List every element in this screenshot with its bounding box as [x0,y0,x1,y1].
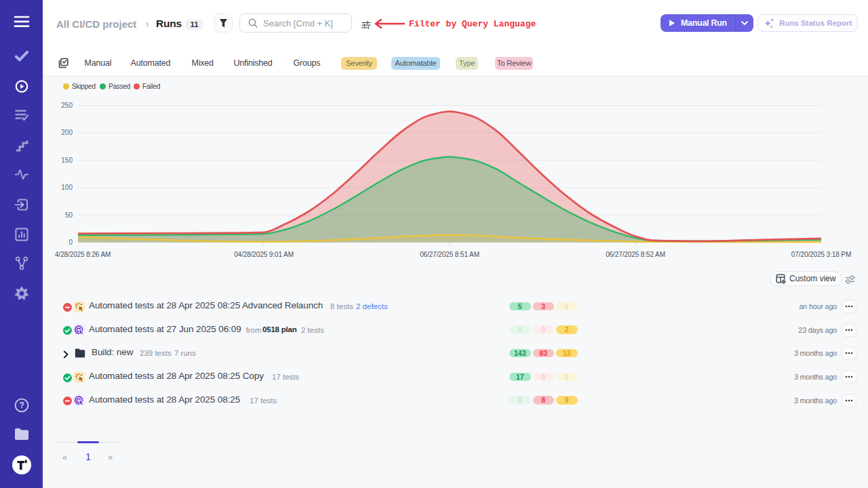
svg-text:250: 250 [61,102,73,109]
svg-text:150: 150 [61,157,73,164]
svg-text:06/27/2025 8:51 AM: 06/27/2025 8:51 AM [420,251,479,258]
svg-text:0: 0 [68,239,73,246]
svg-text:50: 50 [65,211,73,219]
svg-text:200: 200 [61,129,73,136]
svg-text:07/20/2025 3:18 PM: 07/20/2025 3:18 PM [791,251,851,258]
svg-text:100: 100 [61,184,73,191]
svg-text:06/27/2025 8:52 AM: 06/27/2025 8:52 AM [606,251,665,258]
svg-text:04/28/2025 9:01 AM: 04/28/2025 9:01 AM [234,251,294,258]
svg-text:4/28/2025 8:26 AM: 4/28/2025 8:26 AM [55,251,111,258]
